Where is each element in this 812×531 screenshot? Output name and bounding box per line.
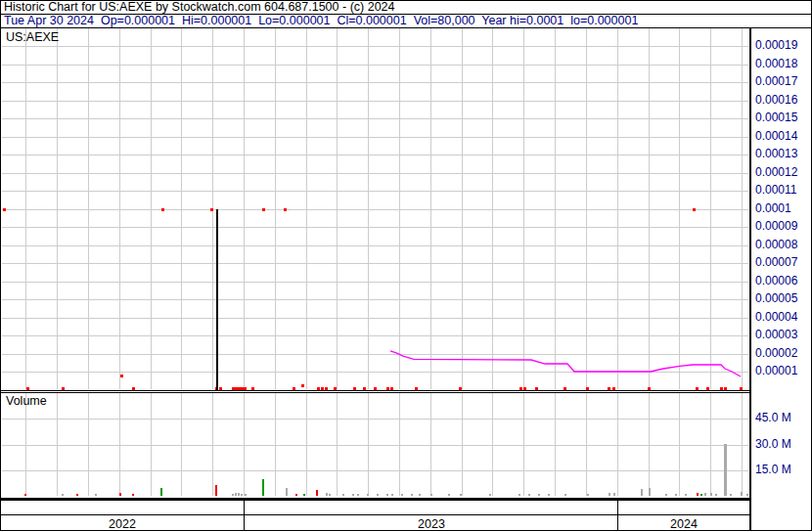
volume-bar [24, 494, 26, 496]
axis-tick-label: 0.00009 [755, 220, 797, 233]
trade-mark-dot [244, 387, 247, 390]
trade-mark-dot [519, 387, 522, 390]
axis-tick-label: 0.00015 [755, 111, 797, 124]
volume-bar [160, 488, 162, 496]
trade-mark-dot [251, 387, 254, 390]
volume-bar [401, 494, 403, 496]
axis-tick-label: 0.00017 [755, 75, 797, 88]
trade-mark-dot [301, 384, 304, 387]
volume-bar [741, 492, 743, 496]
volume-bar [641, 489, 643, 496]
axis-tick-label: 30.0 M [755, 438, 791, 451]
volume-bar [724, 444, 727, 496]
trade-mark-dot [720, 387, 723, 390]
trade-mark-dot [363, 387, 366, 390]
volume-bar [303, 494, 305, 496]
axis-tick-label: 0.00007 [755, 256, 797, 269]
trade-mark-dot [210, 208, 213, 211]
volume-bar [391, 494, 393, 496]
price-gridline [2, 118, 748, 119]
chart-draw-layer: 0.000190.000180.000170.000160.000150.000… [1, 1, 811, 530]
price-gridline [2, 137, 748, 138]
price-gridline [2, 209, 748, 210]
price-gridline [2, 354, 748, 355]
volume-bar [232, 494, 234, 496]
volume-bar [119, 493, 121, 496]
volume-bar [329, 494, 331, 496]
axis-tick-label: 0.00012 [755, 166, 797, 179]
volume-bar [95, 494, 97, 496]
volume-bar [697, 493, 699, 496]
axis-tick-label: 0.00016 [755, 94, 797, 107]
volume-bar [548, 494, 550, 496]
price-gridline [2, 173, 748, 174]
axis-tick-label: 0.00001 [755, 365, 797, 377]
trade-mark-dot [26, 387, 29, 390]
x-axis-tick-band [1, 499, 750, 515]
axis-tick-label: 0.00013 [755, 148, 797, 160]
trade-mark-dot [564, 387, 566, 390]
price-gridline [2, 372, 748, 373]
axis-tick-label: 0.00014 [755, 130, 797, 143]
year-label-2023: 2023 [418, 518, 445, 531]
volume-bar [730, 494, 732, 496]
trade-mark-dot [325, 387, 328, 390]
trade-mark-dot [353, 387, 356, 390]
volume-bar [665, 494, 667, 496]
price-gridline [2, 155, 748, 155]
trade-mark-dot [321, 387, 324, 390]
volume-bar [342, 494, 344, 496]
axis-tick-label: 15.0 M [755, 464, 791, 476]
trade-mark-dot [390, 387, 393, 390]
volume-bar [715, 494, 717, 496]
volume-gridline [2, 470, 748, 471]
volume-bar [700, 494, 702, 496]
volume-bar [286, 488, 288, 496]
price-gridline [2, 227, 748, 228]
volume-bar [377, 494, 379, 496]
price-gridline [2, 82, 748, 83]
volume-bar [132, 494, 134, 496]
volume-bar [76, 494, 78, 496]
trade-mark-dot [374, 387, 377, 390]
price-gridline [2, 245, 748, 246]
axis-tick-label: 0.00006 [755, 275, 797, 288]
trade-mark-dot [459, 387, 462, 390]
volume-bar [386, 494, 388, 496]
axis-tick-label: 0.00018 [755, 58, 797, 70]
trade-mark-dot [386, 387, 389, 390]
volume-gridline [2, 419, 748, 420]
trade-mark-dot [219, 387, 222, 390]
year-label-2024: 2024 [670, 518, 698, 531]
volume-bar [609, 493, 610, 496]
plot-right-border [749, 28, 751, 531]
volume-bar [746, 494, 748, 496]
volume-bar [235, 493, 237, 496]
volume-bar [649, 488, 651, 496]
trade-mark-dot [161, 208, 164, 211]
price-gridline [2, 65, 748, 66]
volume-bar [564, 494, 566, 496]
axis-tick-label: 0.00019 [755, 39, 797, 52]
price-gridline [2, 191, 748, 192]
volume-bar [316, 490, 318, 496]
price-gridline [2, 318, 748, 319]
axis-tick-label: 0.00005 [755, 292, 797, 305]
trade-mark-dot [293, 387, 295, 390]
volume-bar [241, 494, 243, 496]
volume-bar [460, 494, 462, 496]
axis-tick-label: 0.00008 [755, 239, 797, 251]
volume-panel-label: Volume [6, 395, 47, 408]
trade-mark-dot [62, 387, 65, 390]
trade-mark-dot [586, 387, 589, 390]
axis-tick-label: 0.00002 [755, 347, 797, 360]
trade-mark-dot [262, 208, 265, 211]
volume-bar [245, 494, 247, 496]
volume-bar [352, 494, 354, 496]
volume-bar [411, 494, 413, 496]
year-divider-2023 [244, 499, 245, 531]
price-gridline [2, 263, 748, 264]
axis-tick-label: 0.0001 [755, 202, 791, 215]
trade-mark-dot [317, 387, 320, 390]
volume-bar [710, 493, 712, 496]
